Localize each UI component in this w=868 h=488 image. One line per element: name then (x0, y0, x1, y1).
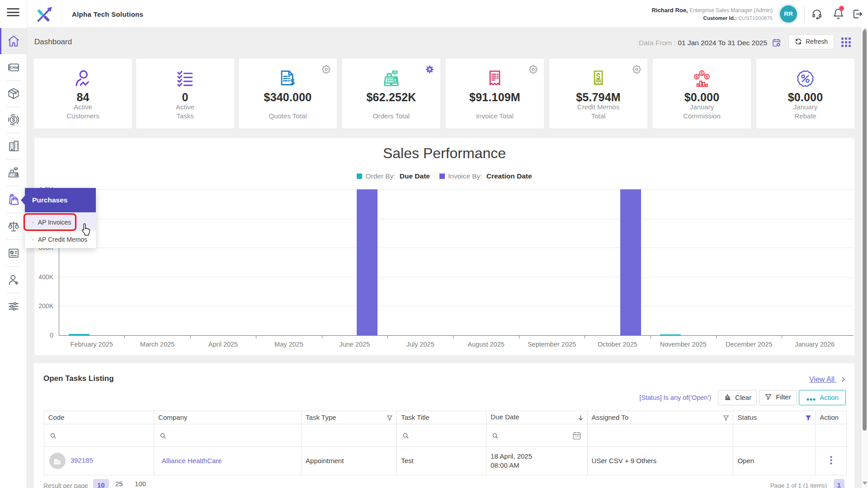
svg-text:$: $ (290, 78, 295, 86)
svg-text:C: C (16, 224, 18, 227)
svg-text:$: $ (12, 117, 15, 123)
svg-text:D: D (9, 224, 11, 227)
svg-text:CRM: CRM (10, 66, 19, 70)
svg-text:$: $ (701, 70, 703, 75)
svg-text:$: $ (696, 74, 698, 79)
svg-text:$: $ (706, 74, 708, 79)
